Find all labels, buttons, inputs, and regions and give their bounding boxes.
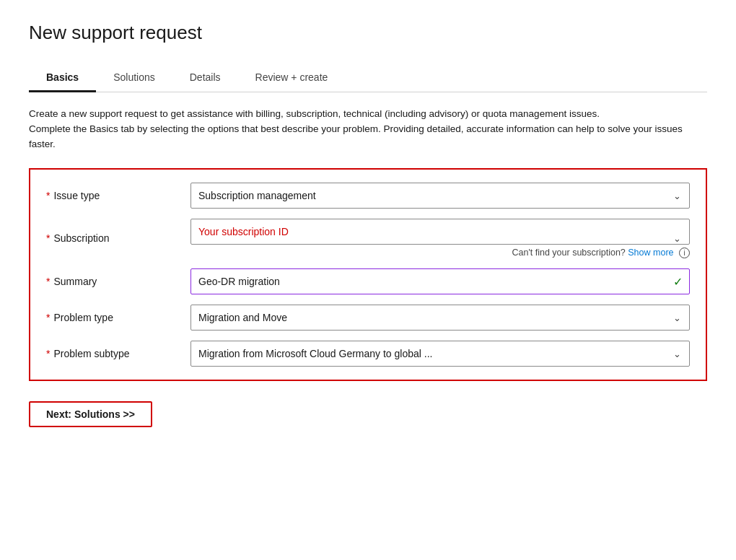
summary-label: * Summary <box>46 276 190 287</box>
subscription-select[interactable]: Your subscription ID <box>190 219 690 245</box>
problem-subtype-select[interactable]: Migration from Microsoft Cloud Germany t… <box>190 341 690 367</box>
info-icon[interactable]: i <box>679 248 690 258</box>
issue-type-row: * Issue type Subscription management Tec… <box>46 183 690 209</box>
subscription-label: * Subscription <box>46 232 190 244</box>
page-description: Create a new support request to get assi… <box>29 107 707 152</box>
subscription-control: Your subscription ID ⌄ Can't find your s… <box>190 219 690 258</box>
summary-control: ✓ <box>190 268 690 294</box>
page-title: New support request <box>29 22 707 44</box>
issue-type-label: * Issue type <box>46 190 190 201</box>
required-star: * <box>46 190 50 201</box>
issue-type-select[interactable]: Subscription management Technical Billin… <box>190 183 690 209</box>
tab-review-create[interactable]: Review + create <box>238 64 346 92</box>
required-star-5: * <box>46 348 50 359</box>
tabs-nav: Basics Solutions Details Review + create <box>29 64 707 92</box>
issue-type-control: Subscription management Technical Billin… <box>190 183 690 209</box>
subscription-row: * Subscription Your subscription ID ⌄ Ca… <box>46 219 690 258</box>
check-icon: ✓ <box>673 274 683 288</box>
required-star-4: * <box>46 312 50 323</box>
tab-details[interactable]: Details <box>172 64 238 92</box>
problem-subtype-row: * Problem subtype Migration from Microso… <box>46 341 690 367</box>
basics-form: * Issue type Subscription management Tec… <box>29 168 707 381</box>
problem-type-row: * Problem type Migration and Move Other … <box>46 305 690 331</box>
problem-subtype-label: * Problem subtype <box>46 348 190 359</box>
required-star-3: * <box>46 276 50 287</box>
required-star-2: * <box>46 232 50 244</box>
subscription-hint: Can't find your subscription? Show more … <box>190 248 690 258</box>
problem-subtype-control: Migration from Microsoft Cloud Germany t… <box>190 341 690 367</box>
summary-row: * Summary ✓ <box>46 268 690 294</box>
tab-basics[interactable]: Basics <box>29 64 96 92</box>
summary-input[interactable] <box>190 268 690 294</box>
next-solutions-button[interactable]: Next: Solutions >> <box>29 401 152 427</box>
next-button-container: Next: Solutions >> <box>29 401 707 427</box>
problem-type-select[interactable]: Migration and Move Other <box>190 305 690 331</box>
show-more-link[interactable]: Show more <box>628 248 673 258</box>
problem-type-control: Migration and Move Other ⌄ <box>190 305 690 331</box>
problem-type-label: * Problem type <box>46 312 190 323</box>
tab-solutions[interactable]: Solutions <box>96 64 172 92</box>
